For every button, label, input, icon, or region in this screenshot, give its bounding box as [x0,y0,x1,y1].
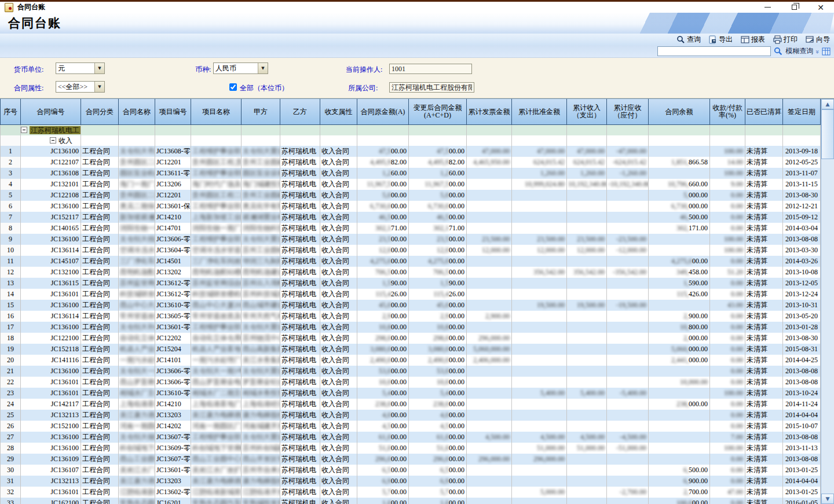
table-row[interactable]: 5JC122108工程合同贵州园区二期JC12201贵州园区工程二期标段贵州工业… [0,190,821,201]
table-row[interactable]: 32JC136101工程合同江阴临港新城JC13602-零江阴临港新城星河湾工程… [0,487,821,498]
table-row[interactable]: 10JC136114工程合同空调冷冻水日JC13604-零空调冷冻水管道日常维护… [0,245,821,256]
all-base-currency-checkbox[interactable] [229,83,237,91]
column-header-invoice-total[interactable]: 累计发票金额 [467,99,512,125]
cell-approved-total: 296,000.00 [512,454,567,465]
table-row[interactable]: 1JC136100工程合同太仓恒大市政JC13608-零工程维护事业部太仓恒大项… [0,146,821,157]
table-row[interactable]: 12JC132100工程合同昆明机场配合JC13202昆明机场航站楼机电安装昆明… [0,267,821,278]
dropdown-arrow-icon[interactable]: ▼ [258,63,268,73]
table-row[interactable]: 30JC136107工程合同吴淞江水厂改JC13601-零吴淞江水厂改扩建工程苏… [0,465,821,476]
table-row[interactable]: 29JC136109工程合同昆山工业园中JC13607-零昆山工业园中心食堂工程… [0,454,821,465]
group-row[interactable]: 江苏柯瑞机电工 [0,125,821,135]
column-header-party-b[interactable]: 乙方 [280,99,320,125]
column-header-pay-rate[interactable]: 收款/付款率(%) [710,99,745,125]
column-header-approved-total[interactable]: 累计批准金额 [512,99,567,125]
column-header-category[interactable]: 合同分类 [81,99,119,125]
query-button[interactable]: 查询 [672,34,705,45]
filter-panel: 货币单位: 元▼ 币种: 人民币▼ 当前操作人: 合同属性: <<全部>>▼ 全… [0,58,834,98]
table-row[interactable]: 4JC132101工程合同海门一期厂房JC13206海门时代广场及公寓工程海门城… [0,179,821,190]
cell-project-no: JC14210 [155,212,191,223]
column-header-party-a[interactable]: 甲方 [242,99,280,125]
table-row[interactable]: 13JC136115工程合同苏州监管局综JC13612-零苏州监管局综合楼维护项… [0,278,821,289]
table-row[interactable]: 16JC136114工程合同常州管道改造JC13605-零常州管道改造及保温工程… [0,311,821,322]
close-button[interactable]: ✕ [807,2,834,13]
cell-party-a: 昆山开发区管委会 [242,454,280,465]
column-header-project-no[interactable]: 项目编号 [155,99,191,125]
table-row[interactable]: 11JC145107工程合同三厂净化车间JC14501三厂净化车间改造工程华润三… [0,256,821,267]
table-row[interactable]: 2JC122107工程合同贵州园区二期工JC12201贵州园区工程,贵州园区二期… [0,157,821,168]
fuzzy-search-icon[interactable] [774,47,782,56]
cell-party-b: 苏柯瑞机电 [280,399,320,410]
currency-select[interactable]: 人民币▼ [213,62,268,74]
table-row[interactable]: 18JC122100工程合同自动化立体仓JC12202自动化立体仓库机电安装苏州… [0,333,821,344]
table-row[interactable]: 31JC132113工程合同吴江康力酒店JC13203吴江康力电梯酒店二期工程康… [0,476,821,487]
table-row[interactable]: 26JC152100工程合同河南一期园区JC14202河南一期园区厂房建设工程河… [0,421,821,432]
table-row[interactable]: 21JC136100工程合同太仓恒大一期JC13606-零太仓恒大一期3号楼机电… [0,366,821,377]
table-row[interactable]: 9JC136100工程合同太仓恒大线缆JC13606-零工程维护事业部太仓线缆项… [0,234,821,245]
collapse-icon[interactable] [50,137,56,144]
cell-settle-status: 未清算 [745,322,783,333]
cell-party-b: 苏柯瑞机电 [280,311,320,322]
column-header-orig-amount[interactable]: 合同原金额(A) [357,99,409,125]
table-row[interactable]: 3JC136108工程合同园区泵业机械JC13611-零工程维护事业部园区泵业项… [0,168,821,179]
cell-project-no: JC12201 [155,157,191,168]
cell-project-name: 上海新加坡工业园观澜湖项目 [191,212,242,223]
scroll-up-button[interactable]: ▲ [821,99,834,109]
table-row[interactable]: 19JC152118工程合同机器人产业基JC15204机器人产业基地一期工程昆山… [0,344,821,355]
company-field[interactable] [389,82,474,93]
chevron-down-icon[interactable]: » [814,50,821,53]
column-header-contract-name[interactable]: 合同名称 [119,99,155,125]
table-row[interactable]: 6JC136100工程合同奥克二期保温JC13601-保工程维护事业部奥克保温项… [0,201,821,212]
minimize-button[interactable] [754,2,781,13]
print-button[interactable]: 打印 [769,34,802,45]
column-header-contract-no[interactable]: 合同编号 [21,99,81,125]
cell-category: 工程合同 [81,234,119,245]
table-row[interactable]: 27JC136100工程合同太仓恒大烟道JC13607-零工程维护事业部太仓烟道… [0,432,821,443]
grid-view-icon[interactable] [822,47,831,56]
table-row[interactable]: 23JC136101工程合同相城水厂主体JC13610-零相城水厂二期主体安装工… [0,388,821,399]
dropdown-arrow-icon[interactable]: ▼ [94,82,104,92]
cell-approved-total [512,201,567,212]
fuzzy-search-label[interactable]: 模糊查询 [785,46,813,56]
column-header-seq[interactable]: 序号 [0,99,21,125]
scroll-down-button[interactable]: ▼ [821,494,834,504]
table-row[interactable]: 28JC136100工程合同科创城地下廊JC13609-零科创城地下管廊机电安装… [0,443,821,454]
table-row[interactable]: 17JC136100工程合同太仓恒大补余JC13601-零工程维护事业部太仓补充… [0,322,821,333]
vertical-scrollbar[interactable]: ▲ ▼ [821,99,834,504]
table-row[interactable]: 14JC136101工程合同科技城研发楼JC13612-零科技城研发楼机电安装工… [0,289,821,300]
column-header-received-total[interactable]: 累计收入（支出） [567,99,607,125]
cell-party-b: 苏柯瑞机电 [280,157,320,168]
column-header-settle-status[interactable]: 已否已清算 [745,99,783,125]
restore-button[interactable] [781,2,807,13]
contract-attribute-select[interactable]: <<全部>>▼ [56,81,105,93]
scrollbar-thumb[interactable] [821,109,834,159]
table-row[interactable]: 15JC136100工程合同昆山中心大厦JC13610-零昆山中心大厦20层装修… [0,300,821,311]
report-button[interactable]: 报表 [737,34,769,45]
table-row[interactable]: 8JC140165工程合同润阳生物一期JC14701润阳生物一期厂房净化工程润阳… [0,223,821,234]
column-header-payable-total[interactable]: 累计应收（应付） [607,99,649,125]
cell-contract-name: 科创城地下廊 [119,443,155,454]
currency-unit-select[interactable]: 元▼ [56,62,105,74]
cell-invoice-total: 5,060,000.00 [467,344,512,355]
cell-party-a: 常熟城投发展有限 [242,498,280,504]
dropdown-arrow-icon[interactable]: ▼ [94,63,104,73]
table-row[interactable]: 25JC132113工程合同吴江康力酒店JC13203吴江康力电梯酒店装修工程康… [0,410,821,421]
cell-party-a: 昆山城市建设投资 [242,300,280,311]
cell-balance [649,168,710,179]
export-button[interactable]: 导出 [705,34,737,45]
column-header-inout-attr[interactable]: 收支属性 [320,99,357,125]
table-row[interactable]: 24JC142117工程合同上海临港基地JC14210上海临港基地厂房机电工程上… [0,399,821,410]
table-row[interactable]: 22JC136101工程合同昆山罗普斯金JC13606-零昆山罗普斯金电泡车间工… [0,377,821,388]
wizard-button[interactable]: 向导 [802,34,834,45]
column-header-sign-date[interactable]: 签定日期 [783,99,821,125]
search-input[interactable] [657,46,771,56]
table-row[interactable]: 33JC162100工程合同常熟生态园汽JC16201常熟生态园汽车城机电工程常… [0,498,821,504]
operator-field[interactable] [389,64,472,74]
table-row[interactable]: 20JC141116工程合同一期污水处理JC14101一期污水处理厂设备安装吴江… [0,355,821,366]
collapse-icon[interactable] [21,127,27,133]
column-header-changed-amount[interactable]: 变更后合同金额(A+C+D) [409,99,467,125]
group-row[interactable]: 收入 [0,135,821,146]
column-header-balance[interactable]: 合同余额 [649,99,710,125]
table-row[interactable]: 7JC152117工程合同新加坡观澜湖JC14210上海新加坡工业园观澜湖项目观… [0,212,821,223]
column-header-project-name[interactable]: 项目名称 [191,99,242,125]
cell-contract-name: 太仓恒大市政 [119,146,155,157]
